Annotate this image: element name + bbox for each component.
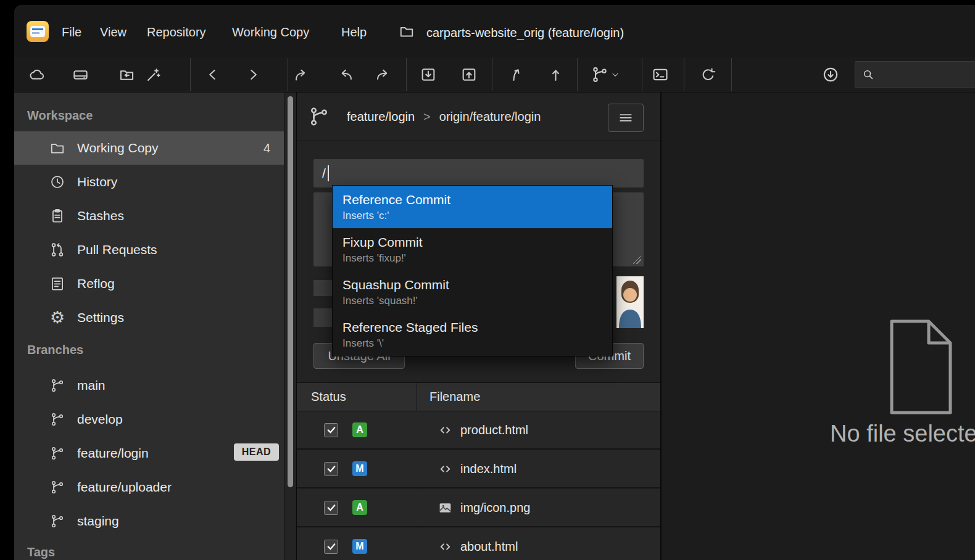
status-badge: A bbox=[352, 422, 367, 437]
redo-button[interactable] bbox=[370, 61, 395, 88]
magic-wand-button[interactable] bbox=[141, 61, 165, 88]
menu-file[interactable]: File bbox=[62, 25, 81, 39]
sidebar-item-settings[interactable]: ⚙ Settings bbox=[14, 301, 284, 334]
share-button[interactable] bbox=[289, 61, 313, 88]
autocomplete-dropdown: Reference Commit Inserts 'c:' Fixup Comm… bbox=[332, 185, 613, 356]
app-window: File View Repository Working Copy Help c… bbox=[14, 5, 975, 560]
undo-button[interactable] bbox=[333, 61, 358, 88]
branch-icon bbox=[48, 446, 67, 461]
code-file-icon bbox=[437, 539, 453, 554]
autocomplete-item-title: Reference Commit bbox=[342, 192, 612, 207]
commit-option-fragment bbox=[313, 308, 332, 327]
shelve-button[interactable] bbox=[504, 61, 528, 88]
commit-options-menu-button[interactable] bbox=[608, 104, 644, 132]
no-file-selected-text: No file selected bbox=[830, 421, 975, 447]
stage-checkbox[interactable] bbox=[324, 423, 338, 437]
checkout-folder-button[interactable] bbox=[114, 61, 139, 88]
gear-icon: ⚙ bbox=[48, 310, 67, 326]
branch-label: feature/uploader bbox=[77, 480, 172, 495]
sidebar: Workspace Working Copy 4 History Stashes… bbox=[14, 93, 284, 560]
current-branch-label: feature/login bbox=[347, 110, 415, 124]
empty-document-icon bbox=[887, 319, 955, 418]
branch-label: feature/login bbox=[77, 446, 149, 461]
autocomplete-item-reference-staged-files[interactable]: Reference Staged Files Inserts '\' bbox=[333, 313, 612, 356]
autocomplete-item-reference-commit[interactable]: Reference Commit Inserts 'c:' bbox=[333, 186, 612, 228]
sidebar-branch-staging[interactable]: staging bbox=[14, 504, 284, 538]
sidebar-item-history[interactable]: History bbox=[14, 165, 284, 199]
sidebar-branch-feature-login[interactable]: feature/login HEAD bbox=[14, 437, 284, 470]
cloud-button[interactable] bbox=[25, 61, 49, 88]
autocomplete-item-subtitle: Inserts 'squash!' bbox=[342, 295, 612, 307]
search-input[interactable] bbox=[880, 68, 973, 81]
pull-button[interactable] bbox=[416, 61, 441, 88]
autocomplete-item-fixup-commit[interactable]: Fixup Commit Inserts 'fixup!' bbox=[333, 228, 612, 271]
code-file-icon bbox=[437, 422, 453, 438]
branch-label: develop bbox=[77, 412, 123, 427]
table-row[interactable]: M about.html bbox=[297, 528, 660, 560]
stage-checkbox[interactable] bbox=[324, 540, 338, 554]
autocomplete-item-subtitle: Inserts 'fixup!' bbox=[342, 252, 612, 265]
check-icon bbox=[326, 541, 337, 552]
history-icon bbox=[48, 174, 67, 190]
sidebar-item-working-copy[interactable]: Working Copy 4 bbox=[14, 131, 284, 165]
sidebar-scrollbar[interactable] bbox=[284, 93, 296, 560]
filename: img/icon.png bbox=[460, 501, 530, 515]
branches-header: Branches bbox=[27, 343, 83, 357]
pending-count-badge: 4 bbox=[263, 141, 270, 155]
commit-option-fragment bbox=[313, 280, 332, 296]
repositories-button[interactable] bbox=[68, 61, 93, 88]
branch-icon bbox=[309, 106, 330, 127]
stage-checkbox[interactable] bbox=[324, 462, 338, 476]
table-row[interactable]: A img/icon.png bbox=[297, 489, 660, 527]
sidebar-item-label: Settings bbox=[77, 310, 124, 325]
autocomplete-item-subtitle: Inserts '\' bbox=[342, 337, 612, 350]
breadcrumb-separator: > bbox=[423, 110, 431, 124]
hamburger-icon bbox=[618, 110, 634, 126]
sidebar-item-label: Stashes bbox=[77, 208, 124, 223]
fetch-button[interactable] bbox=[818, 61, 843, 88]
sidebar-item-label: Working Copy bbox=[77, 141, 159, 155]
table-row[interactable]: M index.html bbox=[297, 450, 660, 488]
stage-checkbox[interactable] bbox=[324, 501, 338, 515]
menu-view[interactable]: View bbox=[100, 25, 127, 39]
autocomplete-item-title: Squashup Commit bbox=[342, 278, 612, 292]
chevron-down-icon bbox=[611, 70, 620, 79]
resize-grip[interactable] bbox=[633, 255, 641, 264]
sidebar-item-reflog[interactable]: Reflog bbox=[14, 267, 284, 300]
forward-button[interactable] bbox=[241, 61, 265, 88]
autocomplete-item-title: Reference Staged Files bbox=[342, 320, 612, 335]
check-icon bbox=[326, 463, 337, 474]
upstream-button[interactable] bbox=[543, 61, 568, 88]
menu-bar: File View Repository Working Copy Help c… bbox=[14, 5, 975, 57]
menu-help[interactable]: Help bbox=[341, 25, 367, 39]
scrollbar-thumb[interactable] bbox=[288, 96, 293, 487]
sidebar-branch-feature-uploader[interactable]: feature/uploader bbox=[14, 471, 284, 504]
menu-repository[interactable]: Repository bbox=[147, 25, 206, 39]
code-file-icon bbox=[437, 461, 453, 477]
menu-working-copy[interactable]: Working Copy bbox=[232, 25, 309, 39]
terminal-button[interactable] bbox=[648, 61, 673, 88]
status-badge: A bbox=[352, 500, 367, 515]
table-row[interactable]: A product.html bbox=[297, 411, 660, 450]
search-box[interactable] bbox=[855, 61, 975, 88]
refresh-button[interactable] bbox=[695, 61, 720, 88]
reflog-icon bbox=[48, 276, 67, 292]
back-button[interactable] bbox=[201, 61, 225, 88]
push-button[interactable] bbox=[457, 61, 481, 88]
sidebar-item-stashes[interactable]: Stashes bbox=[14, 199, 284, 233]
sidebar-branch-main[interactable]: main bbox=[14, 369, 284, 402]
branch-button[interactable] bbox=[585, 61, 626, 88]
column-status: Status bbox=[297, 390, 346, 404]
toolbar bbox=[14, 57, 975, 93]
branch-icon bbox=[48, 514, 67, 529]
sidebar-item-label: Pull Requests bbox=[77, 242, 157, 257]
autocomplete-item-squashup-commit[interactable]: Squashup Commit Inserts 'squash!' bbox=[333, 271, 612, 313]
search-icon bbox=[861, 68, 875, 81]
commit-summary-input[interactable]: / bbox=[313, 159, 644, 187]
sidebar-branch-develop[interactable]: develop bbox=[14, 403, 284, 436]
avatar bbox=[616, 276, 644, 328]
autocomplete-item-title: Fixup Commit bbox=[342, 235, 612, 250]
sidebar-item-pull-requests[interactable]: Pull Requests bbox=[14, 233, 284, 266]
check-icon bbox=[326, 424, 337, 435]
status-badge: M bbox=[352, 539, 367, 554]
